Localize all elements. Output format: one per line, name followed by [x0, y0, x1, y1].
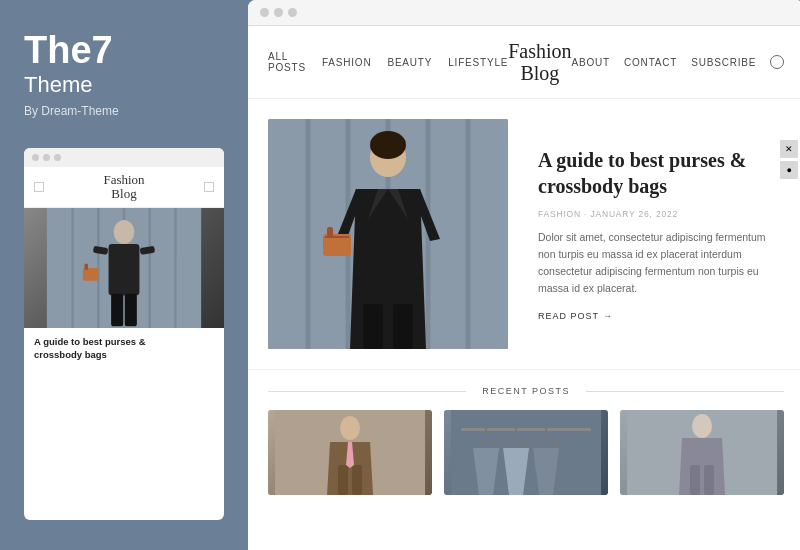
mini-article-text: A guide to best purses & crossbody bags [24, 328, 224, 369]
recent-posts-title: RECENT POSTS [476, 386, 576, 396]
nav-right: ABOUT CONTACT SUBSCRIBE [572, 55, 785, 69]
nav-fashion[interactable]: FASHION [322, 57, 372, 68]
recent-line-right [586, 391, 784, 392]
website: ALL POSTS FASHION BEAUTY LIFESTYLE Fashi… [248, 26, 800, 550]
theme-title: The7 [24, 30, 224, 72]
theme-by: By Dream-Theme [24, 104, 224, 118]
svg-rect-30 [352, 465, 362, 495]
nav-links: ALL POSTS FASHION BEAUTY LIFESTYLE [268, 51, 508, 73]
hero-section: A guide to best purses & crossbody bags … [248, 99, 800, 370]
top-nav: ALL POSTS FASHION BEAUTY LIFESTYLE Fashi… [248, 26, 800, 99]
float-btn-1[interactable]: ✕ [780, 140, 798, 158]
svg-rect-7 [109, 244, 140, 295]
browser-chrome [248, 0, 800, 26]
theme-subtitle: Theme [24, 72, 224, 98]
recent-card-3[interactable] [620, 410, 784, 495]
nav-about[interactable]: ABOUT [572, 57, 610, 68]
hero-title: A guide to best purses & crossbody bags [538, 147, 784, 199]
hero-date: JANUARY 26, 2022 [590, 209, 678, 219]
svg-rect-25 [363, 304, 383, 349]
svg-rect-13 [85, 264, 88, 270]
sidebar: The7 Theme By Dream-Theme Fashion Blog [0, 0, 248, 550]
recent-section: RECENT POSTS [248, 370, 800, 511]
svg-rect-32 [461, 428, 591, 431]
mini-dot-3 [54, 154, 61, 161]
recent-header: RECENT POSTS [268, 386, 784, 396]
nav-beauty[interactable]: BEAUTY [387, 57, 432, 68]
read-post-link[interactable]: READ POST → [538, 311, 784, 321]
recent-card-image-3 [620, 410, 784, 495]
arrow-icon: → [603, 311, 613, 321]
chrome-dot-3 [288, 8, 297, 17]
site-logo[interactable]: FashionBlog [508, 40, 571, 84]
svg-rect-9 [125, 294, 137, 327]
hero-text: A guide to best purses & crossbody bags … [538, 147, 784, 320]
svg-rect-39 [704, 465, 714, 495]
mini-browser-bar [24, 148, 224, 167]
nav-lifestyle[interactable]: LIFESTYLE [448, 57, 508, 68]
recent-line-left [268, 391, 466, 392]
search-icon[interactable] [770, 55, 784, 69]
mini-article-title: A guide to best purses & crossbody bags [34, 336, 214, 361]
svg-point-28 [340, 416, 360, 440]
main-content: ALL POSTS FASHION BEAUTY LIFESTYLE Fashi… [248, 0, 800, 550]
recent-card-image-1 [268, 410, 432, 495]
svg-point-6 [114, 220, 135, 244]
hero-image [268, 119, 508, 349]
hero-category: FASHION [538, 209, 581, 219]
svg-rect-12 [83, 268, 98, 281]
nav-contact[interactable]: CONTACT [624, 57, 677, 68]
svg-rect-23 [327, 227, 333, 237]
mini-article-image [24, 208, 224, 328]
recent-card-image-2 [444, 410, 608, 495]
mini-nav-square-right [204, 182, 214, 192]
hero-excerpt: Dolor sit amet, consectetur adipiscing f… [538, 229, 784, 296]
hero-meta: FASHION · JANUARY 26, 2022 [538, 209, 784, 219]
chrome-dot-1 [260, 8, 269, 17]
mini-browser-content: Fashion Blog [24, 167, 224, 369]
recent-card-1[interactable] [268, 410, 432, 495]
mini-browser: Fashion Blog [24, 148, 224, 520]
svg-rect-38 [690, 465, 700, 495]
mini-dot-1 [32, 154, 39, 161]
mini-nav: Fashion Blog [24, 167, 224, 209]
svg-rect-8 [111, 294, 123, 327]
nav-subscribe[interactable]: SUBSCRIBE [691, 57, 756, 68]
svg-point-37 [692, 414, 712, 438]
svg-rect-24 [325, 236, 349, 238]
nav-all-posts[interactable]: ALL POSTS [268, 51, 306, 73]
svg-point-21 [370, 131, 406, 159]
mini-dot-2 [43, 154, 50, 161]
mini-logo: Fashion Blog [103, 173, 144, 202]
svg-rect-29 [338, 465, 348, 495]
float-buttons: ✕ ● [780, 140, 798, 179]
chrome-dot-2 [274, 8, 283, 17]
svg-rect-26 [393, 304, 413, 349]
recent-grid [268, 410, 784, 495]
recent-card-2[interactable] [444, 410, 608, 495]
float-btn-2[interactable]: ● [780, 161, 798, 179]
mini-nav-square-left [34, 182, 44, 192]
